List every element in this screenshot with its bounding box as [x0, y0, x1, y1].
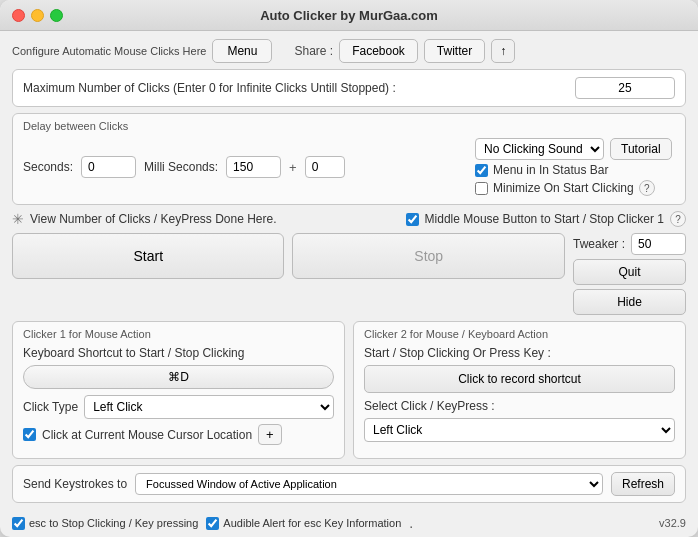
- start-stop-buttons: Start Stop: [12, 233, 565, 279]
- minimize-checkbox[interactable]: [475, 182, 488, 195]
- keystroke-row: Send Keystrokes to Focussed Window of Ac…: [12, 465, 686, 503]
- tweaker-area: Tweaker : Quit Hide: [573, 233, 686, 315]
- send-label: Send Keystrokes to: [23, 477, 127, 491]
- sound-area: No Clicking Sound Clicking Sound Tutoria…: [475, 138, 675, 196]
- delay-left: Seconds: Milli Seconds: +: [23, 156, 345, 178]
- clicker1-section: Clicker 1 for Mouse Action Keyboard Shor…: [12, 321, 345, 459]
- minimize-help-icon[interactable]: ?: [639, 180, 655, 196]
- quit-button[interactable]: Quit: [573, 259, 686, 285]
- esc-row: esc to Stop Clicking / Key pressing: [12, 517, 198, 530]
- menu-button[interactable]: Menu: [212, 39, 272, 63]
- tweaker-label: Tweaker :: [573, 237, 625, 251]
- facebook-button[interactable]: Facebook: [339, 39, 418, 63]
- start-stop-area: Start Stop Tweaker : Quit Hide: [12, 233, 686, 315]
- tweaker-row: Tweaker :: [573, 233, 686, 255]
- max-clicks-input[interactable]: [575, 77, 675, 99]
- middle-mouse-checkbox[interactable]: [406, 213, 419, 226]
- gear-icon: ✳: [12, 211, 24, 227]
- record-shortcut-button[interactable]: Click to record shortcut: [364, 365, 675, 393]
- refresh-button[interactable]: Refresh: [611, 472, 675, 496]
- audible-checkbox[interactable]: [206, 517, 219, 530]
- clicker2-section: Clicker 2 for Mouse / Keyboard Action St…: [353, 321, 686, 459]
- clicker2-click-select[interactable]: Left Click Right Click Double Click: [364, 418, 675, 442]
- two-col-section: Clicker 1 for Mouse Action Keyboard Shor…: [12, 321, 686, 459]
- select-click-row: Select Click / KeyPress :: [364, 399, 675, 413]
- ms-input[interactable]: [226, 156, 281, 178]
- shortcut-title: Keyboard Shortcut to Start / Stop Clicki…: [23, 346, 244, 360]
- titlebar: Auto Clicker by MurGaa.com: [0, 0, 698, 31]
- clicks-view-row: ✳ View Number of Clicks / KeyPress Done …: [12, 211, 686, 227]
- max-clicks-row: Maximum Number of Clicks (Enter 0 for In…: [12, 69, 686, 107]
- click-type-select[interactable]: Left Click Right Click Double Click: [84, 395, 334, 419]
- version-label: v32.9: [659, 517, 686, 529]
- dot: .: [409, 515, 413, 531]
- start-stop-label: Start / Stop Clicking Or Press Key :: [364, 346, 551, 360]
- audible-label: Audible Alert for esc Key Information: [223, 517, 401, 529]
- delay-title: Delay between Clicks: [23, 120, 675, 132]
- twitter-button[interactable]: Twitter: [424, 39, 485, 63]
- hide-button[interactable]: Hide: [573, 289, 686, 315]
- menu-status-checkbox[interactable]: [475, 164, 488, 177]
- sound-select[interactable]: No Clicking Sound Clicking Sound: [475, 138, 604, 160]
- seconds-label: Seconds:: [23, 160, 73, 174]
- click-type-label: Click Type: [23, 400, 78, 414]
- keystroke-select[interactable]: Focussed Window of Active Application: [135, 473, 603, 495]
- top-row: Configure Automatic Mouse Clicks Here Me…: [12, 39, 686, 63]
- maximize-button[interactable]: [50, 9, 63, 22]
- add-button[interactable]: +: [258, 424, 282, 445]
- middle-mouse-label: Middle Mouse Button to Start / Stop Clic…: [425, 212, 664, 226]
- middle-mouse-help-icon[interactable]: ?: [670, 211, 686, 227]
- location-label: Click at Current Mouse Cursor Location: [42, 428, 252, 442]
- plus-input[interactable]: [305, 156, 345, 178]
- click-type-row: Click Type Left Click Right Click Double…: [23, 395, 334, 419]
- tutorial-button[interactable]: Tutorial: [610, 138, 672, 160]
- select-click-label: Select Click / KeyPress :: [364, 399, 495, 413]
- max-clicks-label: Maximum Number of Clicks (Enter 0 for In…: [23, 81, 396, 95]
- minimize-button[interactable]: [31, 9, 44, 22]
- main-window: Auto Clicker by MurGaa.com Configure Aut…: [0, 0, 698, 537]
- tweaker-input[interactable]: [631, 233, 686, 255]
- start-stop-label-row: Start / Stop Clicking Or Press Key :: [364, 346, 675, 360]
- plus-sign: +: [289, 160, 297, 175]
- traffic-lights: [12, 9, 63, 22]
- close-button[interactable]: [12, 9, 25, 22]
- delay-section: Delay between Clicks Seconds: Milli Seco…: [12, 113, 686, 205]
- location-row: Click at Current Mouse Cursor Location +: [23, 424, 334, 445]
- footer-row: esc to Stop Clicking / Key pressing Audi…: [0, 511, 698, 537]
- content-area: Configure Automatic Mouse Clicks Here Me…: [0, 31, 698, 511]
- clicker1-title: Clicker 1 for Mouse Action: [23, 328, 334, 340]
- stop-button[interactable]: Stop: [292, 233, 564, 279]
- shortcut-title-row: Keyboard Shortcut to Start / Stop Clicki…: [23, 346, 334, 360]
- window-title: Auto Clicker by MurGaa.com: [260, 8, 438, 23]
- share-icon-button[interactable]: ↑: [491, 39, 515, 63]
- shortcut-button[interactable]: ⌘D: [23, 365, 334, 389]
- share-label: Share :: [294, 44, 333, 58]
- delay-inner: Seconds: Milli Seconds: + No Clicking So…: [23, 138, 675, 196]
- ms-label: Milli Seconds:: [144, 160, 218, 174]
- sound-row: No Clicking Sound Clicking Sound Tutoria…: [475, 138, 675, 160]
- esc-label: esc to Stop Clicking / Key pressing: [29, 517, 198, 529]
- audible-row: Audible Alert for esc Key Information: [206, 517, 401, 530]
- config-label: Configure Automatic Mouse Clicks Here: [12, 45, 206, 57]
- minimize-label: Minimize On Start Clicking: [493, 181, 634, 195]
- share-icon: ↑: [500, 44, 506, 58]
- seconds-input[interactable]: [81, 156, 136, 178]
- location-checkbox[interactable]: [23, 428, 36, 441]
- clicker2-title: Clicker 2 for Mouse / Keyboard Action: [364, 328, 675, 340]
- clicks-view-label: View Number of Clicks / KeyPress Done He…: [30, 212, 277, 226]
- menu-status-row: Menu in In Status Bar: [475, 163, 675, 177]
- start-button[interactable]: Start: [12, 233, 284, 279]
- esc-checkbox[interactable]: [12, 517, 25, 530]
- menu-status-label: Menu in In Status Bar: [493, 163, 608, 177]
- minimize-row: Minimize On Start Clicking ?: [475, 180, 675, 196]
